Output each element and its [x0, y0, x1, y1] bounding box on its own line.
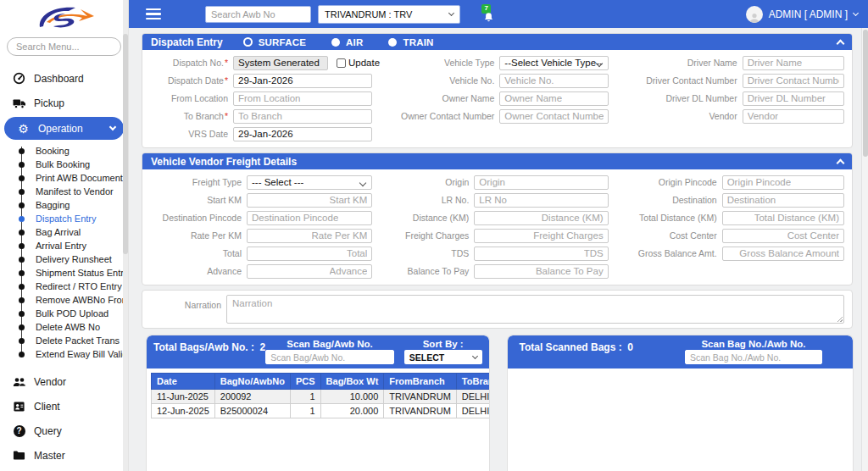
- transport-mode-radios: SURFACE AIR TRAIN: [243, 37, 434, 47]
- field-label: Dispatch Date: [150, 75, 228, 86]
- submenu-item[interactable]: Arrival Entry: [0, 239, 128, 252]
- submenu-item[interactable]: Extend Eway Bill Validity: [0, 347, 128, 361]
- field-label: Owner Name: [386, 93, 494, 103]
- field-input[interactable]: Vendor: [743, 109, 844, 124]
- field-input[interactable]: LR No: [474, 193, 608, 208]
- submenu-item[interactable]: Delete Packet Trans: [0, 334, 128, 347]
- collapse-chevron-up-icon[interactable]: [837, 159, 845, 168]
- chevron-down-icon: [471, 353, 477, 359]
- bell-icon: [483, 12, 494, 23]
- update-checkbox[interactable]: [337, 58, 346, 68]
- mode-radio-option[interactable]: TRAIN: [388, 37, 433, 47]
- chevron-down-icon: [448, 10, 454, 16]
- field-input[interactable]: Driver Contact Number: [743, 74, 844, 88]
- submenu-item[interactable]: Dispatch Entry: [0, 212, 128, 225]
- submenu-item[interactable]: Print AWB Document: [0, 171, 128, 185]
- submenu-item[interactable]: Redirect / RTO Entry: [0, 280, 128, 293]
- field-input[interactable]: Destination Pincode: [247, 211, 372, 225]
- awb-search-input[interactable]: [205, 6, 311, 23]
- field-input[interactable]: Driver DL Number: [743, 91, 844, 106]
- field-input[interactable]: Owner Contact Number: [499, 109, 608, 124]
- field-input[interactable]: Balance To Pay: [474, 264, 608, 279]
- sidebar-scrollbar[interactable]: [123, 0, 128, 471]
- form-field-row: Driver Name Driver Name: [622, 55, 844, 70]
- field-input[interactable]: To Branch: [233, 109, 372, 124]
- page-scrollbar[interactable]: [861, 28, 868, 471]
- radio-icon[interactable]: [331, 38, 340, 47]
- branch-select[interactable]: TRIVANDRUM : TRV: [318, 5, 460, 24]
- field-input[interactable]: Owner Name: [499, 91, 608, 106]
- field-input[interactable]: Cost Center: [722, 229, 844, 243]
- submenu-item[interactable]: Delete AWB No: [0, 320, 128, 334]
- sidebar-item-master[interactable]: Master: [0, 443, 128, 468]
- field-input[interactable]: Destination: [722, 193, 844, 208]
- bags-panel-header: Total Bags/Awb No. : 2 Scan Bag/Awb No. …: [147, 335, 489, 368]
- field-label: Driver Name: [622, 58, 737, 68]
- form-field-row: Owner Name Owner Name: [386, 91, 608, 106]
- field-input[interactable]: 29-Jan-2026: [233, 74, 372, 88]
- mode-radio-option[interactable]: SURFACE: [243, 37, 306, 47]
- user-menu[interactable]: ADMIN [ ADMIN ]: [746, 6, 858, 23]
- bottom-panels: Total Bags/Awb No. : 2 Scan Bag/Awb No. …: [147, 335, 853, 471]
- field-input[interactable]: Freight Charges: [474, 229, 608, 243]
- notification-bell[interactable]: 7: [482, 6, 496, 23]
- submenu-item-label: Redirect / RTO Entry: [36, 281, 122, 291]
- submenu-item[interactable]: Booking: [0, 144, 128, 158]
- radio-icon[interactable]: [388, 38, 397, 47]
- radio-icon[interactable]: [243, 37, 253, 47]
- submenu-item[interactable]: Bulk Booking: [0, 158, 128, 171]
- sort-by-group: Sort By : SELECT: [404, 339, 482, 364]
- submenu-item[interactable]: Delivery Runsheet: [0, 252, 128, 266]
- field-input[interactable]: Driver Name: [743, 56, 844, 70]
- sidebar-item-pickup[interactable]: Pickup: [0, 91, 128, 115]
- submenu-item[interactable]: Manifest to Vendor: [0, 185, 128, 198]
- field-input[interactable]: From Location: [233, 91, 372, 106]
- total-scanned-count: 0: [627, 341, 633, 353]
- field-input[interactable]: Total: [247, 247, 372, 261]
- field-input[interactable]: Origin Pincode: [722, 175, 844, 190]
- submenu-item[interactable]: Remove AWBNo From DRS: [0, 293, 128, 307]
- field-input[interactable]: Gross Balance Amount: [722, 247, 844, 261]
- collapse-chevron-up-icon[interactable]: [837, 40, 845, 48]
- field-input[interactable]: Total Distance (KM): [722, 211, 844, 225]
- field-label: Advance: [150, 266, 242, 276]
- field-input[interactable]: --- Select ---: [247, 175, 372, 190]
- sort-by-select[interactable]: SELECT: [404, 350, 482, 364]
- submenu-item[interactable]: Bagging: [0, 198, 128, 212]
- field-input[interactable]: TDS: [474, 247, 608, 261]
- submenu-item[interactable]: Shipment Status Entry: [0, 266, 128, 280]
- field-input[interactable]: Start KM: [247, 193, 372, 208]
- field-input[interactable]: Origin: [474, 175, 608, 190]
- submenu-item[interactable]: Bag Arrival: [0, 225, 128, 239]
- scan-bagno-input[interactable]: [685, 350, 822, 364]
- field-label: LR No.: [386, 195, 469, 205]
- company-logo: [0, 0, 128, 34]
- field-input[interactable]: 29-Jan-2026: [233, 127, 372, 141]
- sidebar-item-vendor[interactable]: Vendor: [0, 369, 128, 394]
- form-field-row: Origin Pincode Origin Pincode: [622, 175, 844, 190]
- menu-search-input[interactable]: [7, 37, 121, 56]
- submenu-item-label: Delivery Runsheet: [36, 254, 112, 264]
- avatar: [746, 6, 763, 23]
- app-window: Dashboard Pickup ⚙ Operation Booking Bul…: [0, 0, 868, 471]
- mode-radio-option[interactable]: AIR: [331, 37, 363, 47]
- field-input[interactable]: Distance (KM): [474, 211, 608, 225]
- sidebar-item-client[interactable]: Client: [0, 394, 128, 418]
- sidebar-item-dashboard[interactable]: Dashboard: [0, 66, 128, 91]
- narration-textarea[interactable]: Narration: [226, 295, 844, 324]
- scan-bag-input[interactable]: [265, 350, 394, 364]
- field-input[interactable]: --Select Vehicle Type--: [499, 56, 608, 70]
- total-scanned-title: Total Scanned Bags : 0: [515, 339, 685, 364]
- field-input[interactable]: Advance: [247, 264, 372, 279]
- field-input[interactable]: Vehicle No.: [499, 74, 608, 88]
- submenu-item[interactable]: Bulk POD Upload: [0, 307, 128, 320]
- narration-section: Narration Narration: [142, 290, 853, 329]
- field-input[interactable]: Rate Per KM: [247, 229, 372, 243]
- hamburger-menu-icon[interactable]: [146, 6, 161, 23]
- bags-table-body: 11-Jun-2025 200092 1 10.000 TRIVANDRUM D…: [152, 390, 489, 418]
- dashboard-icon: [12, 72, 26, 86]
- sidebar-item-operation[interactable]: ⚙ Operation: [4, 117, 124, 140]
- sidebar-item-partial[interactable]: [0, 468, 128, 471]
- sidebar-item-query[interactable]: ? Query: [0, 418, 128, 443]
- mode-label: TRAIN: [403, 37, 433, 47]
